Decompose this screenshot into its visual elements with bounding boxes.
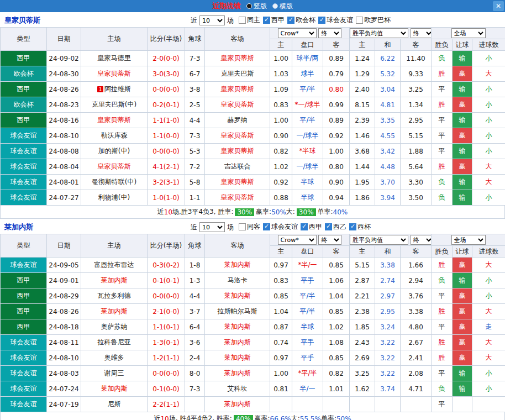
avg-draw: 3.74 [375, 381, 401, 397]
match-date: 24-09-01 [47, 273, 81, 288]
home-team[interactable]: 莱加内斯 [81, 304, 148, 319]
odds-home: 0.82 [270, 144, 292, 159]
avg-select[interactable]: 胜平负均值 [350, 28, 408, 38]
league-badge: 欧会杯 [1, 97, 47, 113]
league-filter-球会友谊[interactable]: 球会友谊 [263, 222, 298, 232]
league-filter-西乙[interactable]: 西乙 [325, 222, 346, 232]
away-team[interactable]: 克里夫巴斯 [205, 66, 270, 82]
odds-time-select[interactable]: 终 [318, 28, 341, 38]
radio-selected-icon[interactable] [246, 3, 252, 9]
league-filter-球会友谊[interactable]: 球会友谊 [318, 15, 353, 25]
scope-select[interactable]: 全场 [451, 235, 486, 245]
recent-count-select[interactable]: 10 [199, 222, 225, 232]
odds-company-select[interactable]: Crow* [278, 235, 317, 245]
away-team[interactable]: 皇家贝蒂斯 [205, 144, 270, 159]
home-team[interactable]: 利物浦(中) [81, 190, 148, 206]
away-team[interactable]: 皇家贝蒂斯 [205, 97, 270, 113]
checkbox-icon[interactable] [239, 223, 246, 230]
away-team[interactable]: 皇家贝蒂斯 [205, 175, 270, 190]
match-date: 24-08-10 [47, 128, 81, 144]
summary-part: 30% [297, 208, 316, 216]
odds-home: 0.83 [270, 97, 292, 113]
odds-time-select[interactable]: 终 [318, 235, 341, 245]
home-team[interactable]: 加的斯(中) [81, 144, 148, 159]
home-team[interactable]: 拉科鲁尼亚 [81, 335, 148, 350]
match-row: 球会友谊24-07-19尼斯2-2(1-1)莱加内斯平 [1, 397, 505, 412]
league-filter-西杯[interactable]: 西杯 [349, 222, 371, 232]
league-filter-西甲[interactable]: 西甲 [263, 15, 285, 25]
handicap-line: 半球 [292, 319, 323, 335]
away-team[interactable]: 皇家贝蒂斯 [205, 190, 270, 206]
league-filter-欧罗巴杯[interactable]: 欧罗巴杯 [356, 15, 391, 25]
home-team[interactable]: 莱加内斯 [81, 273, 148, 288]
checkbox-icon[interactable] [301, 223, 308, 230]
home-team[interactable]: 尼斯 [81, 397, 148, 412]
league-filter-同客[interactable]: 同客 [239, 222, 260, 232]
corner-score: 3-6 [185, 335, 205, 350]
away-team[interactable]: 皇家贝蒂斯 [205, 128, 270, 144]
away-team[interactable]: 马洛卡 [205, 273, 270, 288]
away-team[interactable]: 莱加内斯 [205, 366, 270, 381]
league-filter-欧会杯[interactable]: 欧会杯 [287, 15, 315, 25]
away-team[interactable]: 莱加内斯 [205, 397, 270, 412]
avg-away: 4.71 [401, 381, 432, 397]
checkbox-icon[interactable] [325, 223, 332, 230]
corner-score: 1-1 [185, 190, 205, 206]
home-team[interactable]: 曼彻斯特联(中) [81, 175, 148, 190]
scope-select[interactable]: 全场 [451, 28, 486, 38]
avg-select[interactable]: 胜平负均值 [350, 235, 408, 245]
away-team[interactable]: 莱加内斯 [205, 350, 270, 366]
scope-group-header: 全场 [432, 234, 505, 246]
checkbox-icon[interactable] [287, 17, 294, 24]
home-team[interactable]: 勒沃库森 [81, 128, 148, 144]
checkbox-icon[interactable] [349, 223, 356, 230]
league-filter-同主[interactable]: 同主 [239, 15, 260, 25]
away-team[interactable]: 皇家贝蒂斯 [205, 82, 270, 97]
summary-part: 大: [286, 207, 295, 217]
home-team[interactable]: 皇家马德里 [81, 51, 148, 66]
home-team[interactable]: 皇家贝蒂斯 [81, 113, 148, 128]
radio-unselected-icon[interactable] [272, 3, 278, 9]
avg-home: 1.44 [350, 159, 375, 175]
match-row: 西甲24-09-02皇家马德里2-0(0-0)7-3皇家贝蒂斯1.00球半/两0… [1, 51, 505, 66]
home-team[interactable]: 克里夫巴斯(中) [81, 97, 148, 113]
home-team[interactable]: 皇家贝蒂斯 [81, 66, 148, 82]
topbar: 近期战绩 竖版 横版 ✕ [0, 0, 505, 12]
subcol-odds-away: 客 [323, 39, 350, 51]
results-rows: 西甲24-09-02皇家马德里2-0(0-0)7-3皇家贝蒂斯1.00球半/两0… [1, 51, 505, 206]
away-team[interactable]: 莱加内斯 [205, 258, 270, 273]
away-team[interactable]: 莱加内斯 [205, 319, 270, 335]
odds-company-select[interactable]: Crow* [278, 28, 317, 38]
away-team[interactable]: 赫罗纳 [205, 113, 270, 128]
home-team[interactable]: 谢周三 [81, 366, 148, 381]
away-team[interactable]: 莱加内斯 [205, 288, 270, 304]
checkbox-icon[interactable] [263, 17, 270, 24]
close-icon[interactable]: ✕ [493, 1, 504, 11]
home-team[interactable]: 富恩拉布雷达 [81, 258, 148, 273]
home-team[interactable]: 莱加内斯 [81, 381, 148, 397]
match-result: 平 [432, 144, 453, 159]
summary-part: 赢率: [255, 414, 270, 420]
away-team[interactable]: 莱加内斯 [205, 335, 270, 350]
away-team[interactable]: 皇家贝蒂斯 [205, 51, 270, 66]
checkbox-icon[interactable] [356, 17, 363, 24]
home-team[interactable]: 1阿拉维斯 [81, 82, 148, 97]
home-team[interactable]: 皇家贝蒂斯 [81, 159, 148, 175]
home-team[interactable]: 奥维多 [81, 350, 148, 366]
home-team[interactable]: 奥萨苏纳 [81, 319, 148, 335]
subcol-goals: 进球数 [472, 246, 505, 258]
checkbox-icon[interactable] [318, 17, 325, 24]
away-team[interactable]: 拉斯帕尔马斯 [205, 304, 270, 319]
section-header: 皇家贝蒂斯 近 10 场 同主西甲欧会杯球会友谊欧罗巴杯 [0, 14, 505, 27]
checkbox-icon[interactable] [263, 223, 270, 230]
away-team[interactable]: 吉达联合 [205, 159, 270, 175]
layout-vertical-option[interactable]: 竖版 [246, 2, 267, 11]
league-filter-西甲[interactable]: 西甲 [301, 222, 322, 232]
avg-time-select[interactable]: 终 [411, 235, 432, 245]
home-team[interactable]: 瓦拉多利德 [81, 288, 148, 304]
layout-horizontal-option[interactable]: 横版 [272, 2, 293, 11]
avg-time-select[interactable]: 终 [411, 28, 432, 38]
recent-count-select[interactable]: 10 [199, 15, 225, 25]
away-team[interactable]: 艾科坎 [205, 381, 270, 397]
checkbox-icon[interactable] [239, 17, 246, 24]
